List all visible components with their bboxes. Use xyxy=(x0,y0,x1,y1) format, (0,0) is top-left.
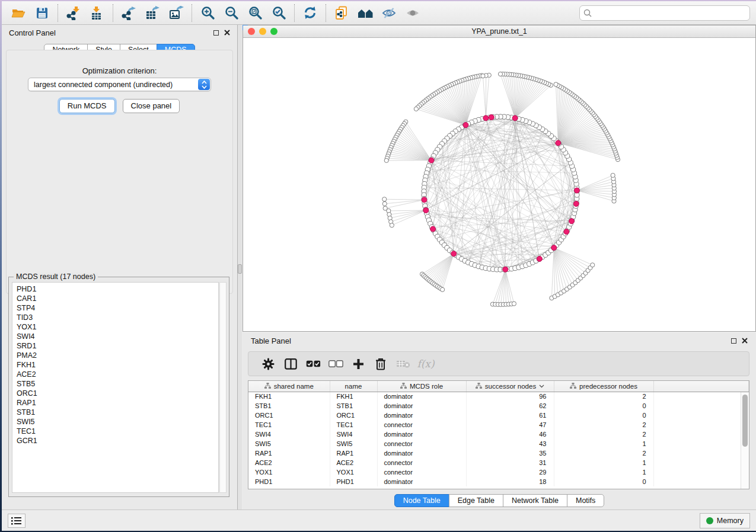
deselect-all-rows-button[interactable] xyxy=(324,354,347,374)
network-window-titlebar[interactable]: YPA_prune.txt_1 xyxy=(243,25,755,38)
hide-selected-button[interactable] xyxy=(377,3,401,23)
zoom-fit-button[interactable] xyxy=(243,3,267,23)
table-cell: 35 xyxy=(466,448,554,458)
table-row[interactable]: RAP1RAP1dominator352 xyxy=(248,448,749,458)
table-row[interactable]: ACE2ACE2connector311 xyxy=(248,458,749,467)
table-cell: 31 xyxy=(466,458,554,467)
table-cell: dominator xyxy=(377,411,466,420)
mcds-result-item: SWI4 xyxy=(17,332,218,341)
desktop-wallpaper: Control Panel NetworkStyleSelectMCDS Opt… xyxy=(0,0,756,532)
new-network-from-selection-button[interactable] xyxy=(330,3,353,23)
mcds-tab-content: Optimization criterion: largest connecte… xyxy=(6,50,233,294)
export-image-button[interactable] xyxy=(164,3,188,23)
toolbar-separator xyxy=(113,4,113,22)
memory-label: Memory xyxy=(717,517,744,525)
table-cell: 2 xyxy=(554,420,653,430)
import-table-button[interactable] xyxy=(85,3,109,23)
table-cell: 1 xyxy=(554,439,653,448)
run-mcds-button[interactable]: Run MCDS xyxy=(59,99,115,113)
tab-network-table[interactable]: Network Table xyxy=(503,494,567,507)
panel-divider[interactable] xyxy=(238,25,242,509)
search-input[interactable] xyxy=(592,9,746,17)
table-panel: Table Panel xyxy=(243,333,756,509)
show-all-button[interactable] xyxy=(401,3,425,23)
table-header-row[interactable]: shared namenameMCDS rolesuccessor nodesp… xyxy=(248,381,749,392)
import-network-icon xyxy=(66,6,81,20)
columns-icon xyxy=(285,358,297,370)
table-cell: 43 xyxy=(466,439,554,448)
close-panel-button[interactable]: Close panel xyxy=(123,99,180,113)
mcds-result-item: TID3 xyxy=(17,313,218,322)
column-header-successor-nodes[interactable]: successor nodes xyxy=(466,381,554,392)
first-neighbors-button[interactable] xyxy=(353,3,377,23)
export-table-icon xyxy=(145,6,160,20)
tab-edge-table[interactable]: Edge Table xyxy=(449,494,503,507)
export-network-button[interactable] xyxy=(117,3,141,23)
table-cell: ORC1 xyxy=(330,411,377,420)
mcds-result-item: STB1 xyxy=(17,408,218,417)
table-cell: 0 xyxy=(554,411,653,420)
column-header-MCDS-role[interactable]: MCDS role xyxy=(377,381,466,392)
table-cell: TEC1 xyxy=(248,420,330,430)
table-cell: dominator xyxy=(377,401,466,411)
import-network-button[interactable] xyxy=(62,3,85,23)
mcds-result-scrollbar[interactable] xyxy=(219,282,227,493)
network-window-title: YPA_prune.txt_1 xyxy=(243,27,755,36)
table-settings-button[interactable] xyxy=(257,354,279,374)
table-row[interactable]: SWI4SWI4dominator462 xyxy=(248,430,749,439)
table-cell: TEC1 xyxy=(330,420,377,430)
table-cell: 2 xyxy=(554,430,653,439)
close-panel-icon[interactable] xyxy=(742,338,748,344)
divider-grip[interactable] xyxy=(238,264,242,274)
float-panel-icon[interactable] xyxy=(731,338,736,344)
table-row[interactable]: SWI5SWI5connector431 xyxy=(248,439,749,448)
table-row[interactable]: TEC1TEC1connector472 xyxy=(248,420,749,430)
table-scrollbar-thumb[interactable] xyxy=(742,395,748,447)
table-cell: 47 xyxy=(466,420,554,430)
apply-layout-button[interactable] xyxy=(298,3,322,23)
open-session-button[interactable] xyxy=(7,3,30,23)
table-cell: dominator xyxy=(377,448,466,458)
mcds-result-item: SRD1 xyxy=(17,341,218,351)
criterion-dropdown[interactable]: largest connected component (undirected) xyxy=(28,78,211,91)
save-session-button[interactable] xyxy=(30,3,54,23)
tab-motifs[interactable]: Motifs xyxy=(567,494,604,507)
task-history-button[interactable] xyxy=(8,514,25,528)
show-all-eye-icon xyxy=(406,7,420,20)
export-table-button[interactable] xyxy=(141,3,164,23)
search-box[interactable] xyxy=(579,5,750,21)
float-panel-icon[interactable] xyxy=(213,30,219,36)
tab-node-table[interactable]: Node Table xyxy=(394,494,449,507)
memory-button[interactable]: Memory xyxy=(700,513,750,528)
table-row[interactable]: FKH1FKH1dominator962 xyxy=(248,392,749,401)
import-table-icon xyxy=(90,6,104,20)
zoom-out-button[interactable] xyxy=(219,3,243,23)
zoom-in-button[interactable] xyxy=(196,3,219,23)
table-cell: 2 xyxy=(554,392,653,401)
table-row[interactable]: ORC1ORC1dominator610 xyxy=(248,411,749,420)
table-row[interactable]: PHD1PHD1dominator180 xyxy=(248,477,749,486)
refresh-arrows-icon xyxy=(302,6,318,20)
table-cell: ACE2 xyxy=(330,458,377,467)
network-canvas[interactable] xyxy=(243,38,755,331)
column-header-name[interactable]: name xyxy=(330,381,377,392)
node-table-grid[interactable]: shared namenameMCDS rolesuccessor nodesp… xyxy=(248,381,749,486)
mcds-result-title: MCDS result (17 nodes) xyxy=(14,273,98,281)
delete-columns-button[interactable] xyxy=(369,354,392,374)
select-all-checkboxes-icon xyxy=(306,360,321,367)
zoom-selected-button[interactable] xyxy=(267,3,291,23)
table-scrollbar[interactable] xyxy=(741,392,749,489)
column-header-predecessor-nodes[interactable]: predecessor nodes xyxy=(554,381,653,392)
table-cell: SWI4 xyxy=(248,430,330,439)
column-header-shared-name[interactable]: shared name xyxy=(248,381,330,392)
mcds-result-list[interactable]: PHD1CAR1STP4TID3YOX1SWI4SRD1PMA2FKH1ACE2… xyxy=(12,282,219,493)
export-network-icon xyxy=(122,6,136,20)
zoom-fit-icon xyxy=(248,6,262,20)
table-row[interactable]: STB1STB1dominator620 xyxy=(248,401,749,411)
close-panel-icon[interactable] xyxy=(224,30,230,36)
table-row[interactable]: YOX1YOX1connector291 xyxy=(248,467,749,477)
create-column-button[interactable] xyxy=(347,354,369,374)
table-cell: connector xyxy=(377,439,466,448)
select-all-rows-button[interactable] xyxy=(302,354,324,374)
show-columns-button[interactable] xyxy=(279,354,302,374)
